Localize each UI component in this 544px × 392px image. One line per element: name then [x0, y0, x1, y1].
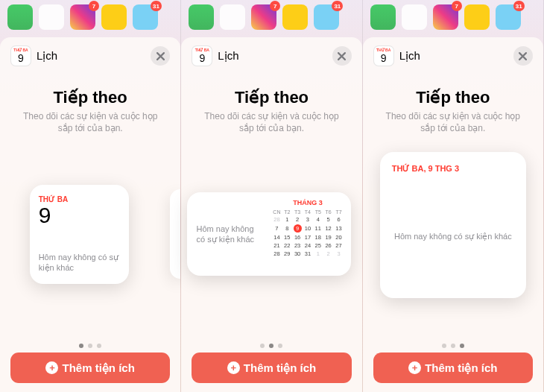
sheet-subtitle: Theo dõi các sự kiện và cuộc họp sắp tới…: [15, 111, 165, 134]
add-widget-label: Thêm tiện ích: [62, 361, 134, 375]
badge: 31: [513, 1, 525, 11]
app-icon: [39, 4, 64, 30]
home-row: 7 31: [363, 0, 543, 37]
app-icon: 7: [251, 4, 276, 30]
dot: [451, 344, 455, 348]
app-label: THỨ BA 9 Lịch: [192, 45, 238, 66]
sheet-subtitle: Theo dõi các sự kiện và cuộc họp sắp tới…: [196, 111, 347, 134]
dot: [442, 344, 446, 348]
widget-large-preview: THỨ BA, 9 THG 3 Hôm nay không có sự kiện…: [380, 152, 526, 298]
icon-day-num: 9: [199, 53, 205, 63]
add-widget-label: Thêm tiện ích: [425, 361, 497, 375]
sheet-title: Tiếp theo: [15, 88, 165, 107]
app-icon: 7: [433, 4, 458, 30]
icon-day-num: 9: [18, 53, 24, 63]
badge: 31: [332, 1, 343, 11]
app-icon: 31: [133, 4, 158, 30]
app-icon: 31: [314, 4, 339, 30]
badge: 31: [151, 1, 162, 11]
app-icon: [464, 4, 490, 30]
app-icon: [220, 4, 245, 30]
widget-picker-pane-1: 7 31 THỨ BA 9 Lịch Tiếp theo Theo dõi cá…: [0, 0, 181, 392]
close-icon: [156, 52, 165, 60]
app-icon: [189, 4, 214, 30]
heading-block: Tiếp theo Theo dõi các sự kiện và cuộc h…: [0, 88, 180, 134]
app-icon: [101, 4, 127, 30]
close-icon: [338, 52, 346, 60]
widget-preview-area[interactable]: Hôm nay không có sự kiện khác THÁNG 3 CN…: [181, 170, 361, 298]
plus-icon: +: [408, 361, 421, 374]
app-icon: 7: [70, 4, 95, 30]
widget-day-num: 9: [39, 203, 120, 228]
calendar-app-icon: THỨ BA 9: [192, 45, 212, 66]
widget-picker-sheet: THỨ BA 9 Lịch Tiếp theo Theo dõi các sự …: [363, 37, 543, 392]
widget-left: Hôm nay không có sự kiện khác: [187, 192, 268, 276]
widget-medium-preview: Hôm nay không có sự kiện khác THÁNG 3 CN…: [187, 192, 351, 276]
mini-calendar: THÁNG 3 CNT2T3T4T5T6T7 28123456789101112…: [271, 199, 344, 258]
badge: 7: [89, 1, 99, 11]
app-icon: [402, 4, 427, 30]
sheet-header: THỨ BA 9 Lịch: [181, 37, 361, 75]
app-title: Lịch: [37, 49, 57, 63]
add-widget-button[interactable]: + Thêm tiện ích: [192, 353, 351, 383]
widget-picker-pane-3: 7 31 THỨ BA 9 Lịch Tiếp theo Theo dõi cá…: [363, 0, 544, 392]
app-title: Lịch: [399, 49, 420, 63]
widget-preview-area[interactable]: THỨ BA 9 Hôm nay không có sự kiện khác: [0, 170, 180, 298]
calendar-app-icon: THỨ BA 9: [373, 45, 394, 66]
sheet-header: THỨ BA 9 Lịch: [363, 37, 543, 75]
home-row: 7 31: [181, 0, 361, 37]
app-title: Lịch: [218, 49, 238, 63]
page-dots[interactable]: [181, 344, 361, 348]
widget-small-preview: THỨ BA 9 Hôm nay không có sự kiện khác: [30, 185, 129, 284]
dot: [260, 344, 265, 348]
calendar-grid: CNT2T3T4T5T6T7 2812345678910111213141516…: [271, 209, 344, 258]
app-label: THỨ BA 9 Lịch: [10, 45, 57, 66]
add-widget-button[interactable]: + Thêm tiện ích: [373, 353, 533, 383]
add-widget-button[interactable]: + Thêm tiện ích: [10, 353, 170, 383]
widget-preview-area[interactable]: THỨ BA, 9 THG 3 Hôm nay không có sự kiện…: [363, 170, 543, 298]
dot: [79, 344, 83, 348]
month-label: THÁNG 3: [271, 199, 344, 206]
widget-no-events: Hôm nay không có sự kiện khác: [392, 232, 514, 241]
widget-no-events: Hôm nay không có sự kiện khác: [39, 253, 120, 274]
widget-no-events: Hôm nay không có sự kiện khác: [196, 224, 262, 245]
widget-picker-pane-2: 7 31 THỨ BA 9 Lịch Tiếp theo Theo dõi cá…: [181, 0, 362, 392]
heading-block: Tiếp theo Theo dõi các sự kiện và cuộc h…: [181, 88, 361, 134]
sheet-title: Tiếp theo: [378, 88, 528, 107]
home-row: 7 31: [0, 0, 180, 37]
app-icon: [282, 4, 308, 30]
close-icon: [519, 52, 527, 60]
dot: [88, 344, 92, 348]
close-button[interactable]: [332, 46, 352, 66]
close-button[interactable]: [513, 46, 533, 66]
app-icon: [7, 4, 33, 30]
app-icon: [370, 4, 396, 30]
sheet-title: Tiếp theo: [196, 88, 347, 107]
page-dots[interactable]: [0, 344, 180, 348]
plus-icon: +: [227, 361, 240, 374]
plus-icon: +: [45, 361, 58, 374]
badge: 7: [452, 1, 462, 11]
close-button[interactable]: [151, 46, 170, 66]
page-dots[interactable]: [363, 344, 543, 348]
calendar-app-icon: THỨ BA 9: [10, 45, 31, 66]
dot: [97, 344, 101, 348]
heading-block: Tiếp theo Theo dõi các sự kiện và cuộc h…: [363, 88, 543, 134]
icon-day-num: 9: [381, 53, 387, 63]
dot: [269, 344, 273, 348]
widget-right: THÁNG 3 CNT2T3T4T5T6T7 28123456789101112…: [268, 192, 351, 276]
add-widget-label: Thêm tiện ích: [244, 361, 316, 375]
sheet-subtitle: Theo dõi các sự kiện và cuộc họp sắp tới…: [378, 111, 528, 134]
app-icon: 31: [496, 4, 521, 30]
app-label: THỨ BA 9 Lịch: [373, 45, 420, 66]
sheet-header: THỨ BA 9 Lịch: [0, 37, 180, 75]
widget-date-label: THỨ BA, 9 THG 3: [392, 164, 514, 174]
next-card-peek: [170, 189, 180, 279]
widget-picker-sheet: THỨ BA 9 Lịch Tiếp theo Theo dõi các sự …: [0, 37, 180, 392]
dot: [278, 344, 282, 348]
dot: [460, 344, 464, 348]
badge: 7: [270, 1, 280, 11]
widget-picker-sheet: THỨ BA 9 Lịch Tiếp theo Theo dõi các sự …: [181, 37, 361, 392]
